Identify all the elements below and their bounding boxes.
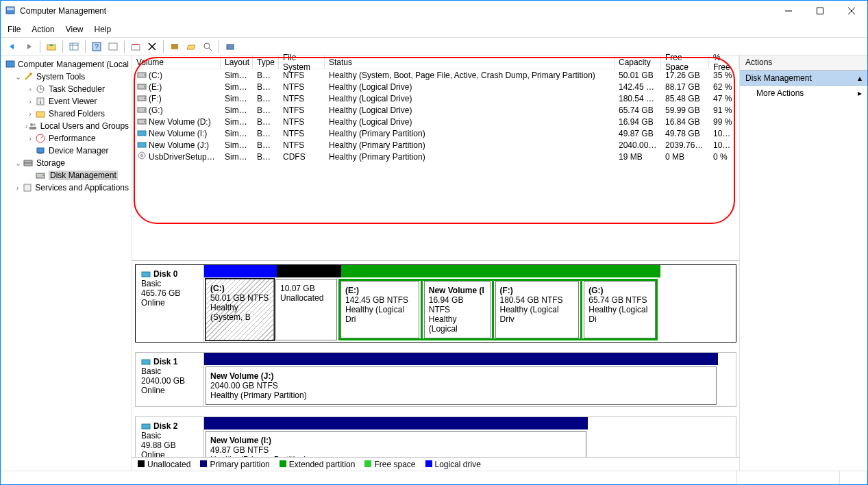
disk-card[interactable]: Disk 0Basic465.76 GBOnline(C:)50.01 GB N… [135, 264, 736, 343]
tools-icon [23, 71, 34, 82]
partition-size: 16.94 GB NTFS [429, 295, 486, 314]
col-capacity[interactable]: Capacity [615, 55, 661, 69]
volume-row[interactable]: (G:)SimpleBasicNTFSHealthy (Logical Driv… [132, 104, 739, 116]
volume-row[interactable]: New Volume (D:)SimpleBasicNTFSHealthy (L… [132, 116, 739, 127]
settings-icon[interactable] [167, 39, 182, 54]
drive-icon [136, 117, 147, 125]
expand-icon[interactable]: ⌄ [13, 73, 23, 82]
tree-pane: Computer Management (Local ⌄ System Tool… [1, 55, 132, 471]
menubar: File Action View Help [1, 21, 867, 38]
tree-shared-folders[interactable]: ›Shared Folders [1, 108, 132, 120]
menu-help[interactable]: Help [95, 25, 112, 34]
menu-view[interactable]: View [66, 25, 84, 34]
col-layout[interactable]: Layout [221, 55, 253, 69]
forward-icon[interactable] [21, 39, 36, 54]
expand-icon[interactable]: ⌄ [13, 159, 23, 168]
volume-pct: 100 % [709, 140, 739, 150]
svg-rect-56 [142, 424, 150, 429]
disk-card[interactable]: Disk 1Basic2040.00 GBOnlineNew Volume (J… [135, 352, 736, 407]
col-pct-free[interactable]: % Free [709, 55, 739, 69]
col-filesystem[interactable]: File System [279, 55, 325, 69]
window: Computer Management File Action View Hel… [0, 0, 868, 485]
actions-section[interactable]: Disk Management ▴ [740, 71, 867, 86]
expand-icon[interactable]: › [25, 97, 35, 105]
tree-performance[interactable]: ›Performance [1, 132, 132, 145]
tree-users-groups[interactable]: ›Local Users and Groups [1, 120, 132, 132]
tree-disk-management[interactable]: Disk Management [1, 169, 132, 182]
volume-name: UsbDriverSetup (H:) [149, 152, 221, 162]
up-folder-icon[interactable] [44, 39, 59, 54]
partition[interactable]: (G:)65.74 GB NTFSHealthy (Logical Di [584, 281, 656, 338]
col-volume[interactable]: Volume [132, 55, 221, 69]
find-icon[interactable] [200, 39, 215, 54]
svg-rect-54 [142, 272, 150, 277]
partition[interactable]: (C:)50.01 GB NTFSHealthy (System, B [206, 279, 274, 340]
menu-action[interactable]: Action [32, 25, 54, 34]
partition[interactable]: 10.07 GBUnallocated [275, 279, 337, 340]
partition[interactable]: (E:)142.45 GB NTFSHealthy (Logical Dri [340, 281, 419, 338]
col-free-space[interactable]: Free Space [661, 55, 709, 69]
folder-open-icon[interactable] [184, 39, 199, 54]
shared-folder-icon [35, 108, 46, 119]
svg-line-15 [149, 43, 156, 50]
volume-name: New Volume (J:) [149, 140, 209, 150]
tree-storage[interactable]: ⌄Storage [1, 157, 132, 169]
help-icon[interactable]: ? [89, 39, 104, 54]
actions-section-label: Disk Management [745, 73, 812, 83]
svg-rect-39 [24, 184, 31, 191]
svg-point-38 [42, 175, 44, 176]
volume-row[interactable]: UsbDriverSetup (H:)SimpleBasicCDFSHealth… [132, 151, 739, 162]
volume-status: Healthy (Primary Partition) [325, 152, 615, 162]
volume-row[interactable]: (F:)SimpleBasicNTFSHealthy (Logical Driv… [132, 92, 739, 104]
close-button[interactable] [836, 1, 867, 21]
volume-free: 49.78 GB [661, 129, 709, 138]
expand-icon[interactable]: › [25, 85, 35, 93]
expand-icon[interactable]: › [25, 110, 35, 118]
disk-header: Disk 1 [141, 357, 198, 366]
expand-icon[interactable]: › [25, 134, 35, 142]
actions-more[interactable]: More Actions ▸ [740, 86, 867, 101]
volume-pct: 0 % [709, 152, 739, 162]
tree-event-viewer[interactable]: ›iEvent Viewer [1, 95, 132, 108]
computer-icon [5, 59, 15, 70]
view-list-icon[interactable] [66, 39, 82, 54]
partition[interactable]: New Volume (I:)49.87 GB NTFSHealthy (Pri… [206, 431, 586, 457]
back-icon[interactable] [5, 39, 20, 54]
partition[interactable]: (F:)180.54 GB NTFSHealthy (Logical Driv [495, 281, 580, 338]
delete-icon[interactable] [145, 39, 160, 54]
disk-size: 2040.00 GB [141, 376, 198, 386]
expand-icon[interactable]: › [13, 184, 22, 192]
volume-free: 17.26 GB [661, 71, 709, 80]
volume-row[interactable]: (E:)SimpleBasicNTFSHealthy (Logical Driv… [132, 81, 739, 92]
disk-card[interactable]: Disk 2Basic49.88 GBOnlineNew Volume (I:)… [135, 416, 736, 457]
volume-row[interactable]: New Volume (I:)SimpleBasicNTFSHealthy (P… [132, 127, 739, 139]
tree-root[interactable]: Computer Management (Local [1, 58, 132, 71]
volume-capacity: 16.94 GB [615, 117, 661, 127]
disk-graphic-area[interactable]: Disk 0Basic465.76 GBOnline(C:)50.01 GB N… [132, 261, 739, 457]
partition[interactable]: New Volume (I16.94 GB NTFSHealthy (Logic… [424, 281, 491, 338]
maximize-button[interactable] [804, 1, 836, 21]
tree-task-scheduler[interactable]: ›Task Scheduler [1, 83, 132, 95]
minimize-button[interactable] [773, 1, 804, 21]
col-status[interactable]: Status [325, 55, 615, 69]
volume-row[interactable]: New Volume (J:)SimpleBasicNTFSHealthy (P… [132, 139, 739, 151]
refresh-icon[interactable] [106, 39, 121, 54]
tree-services-apps[interactable]: ›Services and Applications [1, 182, 132, 194]
volume-row[interactable]: (C:)SimpleBasicNTFSHealthy (System, Boot… [132, 69, 739, 81]
disk-type: Basic [141, 366, 198, 376]
svg-rect-35 [24, 160, 32, 163]
svg-rect-27 [36, 112, 45, 117]
drive-icon [136, 82, 147, 90]
volume-name: New Volume (I:) [149, 129, 207, 138]
col-type[interactable]: Type [253, 55, 279, 69]
tree-device-manager[interactable]: Device Manager [1, 145, 132, 157]
svg-text:?: ? [95, 43, 99, 51]
drive-icon [136, 151, 147, 160]
rescan-disk-icon[interactable] [128, 39, 143, 54]
volume-status: Healthy (System, Boot, Page File, Active… [325, 71, 615, 80]
partition[interactable]: New Volume (J:)2040.00 GB NTFSHealthy (P… [206, 366, 717, 405]
partition-title: New Volume (I:) [210, 436, 582, 445]
tree-system-tools[interactable]: ⌄ System Tools [1, 71, 132, 83]
menu-file[interactable]: File [8, 25, 21, 34]
disk-settings-icon[interactable] [223, 39, 238, 54]
